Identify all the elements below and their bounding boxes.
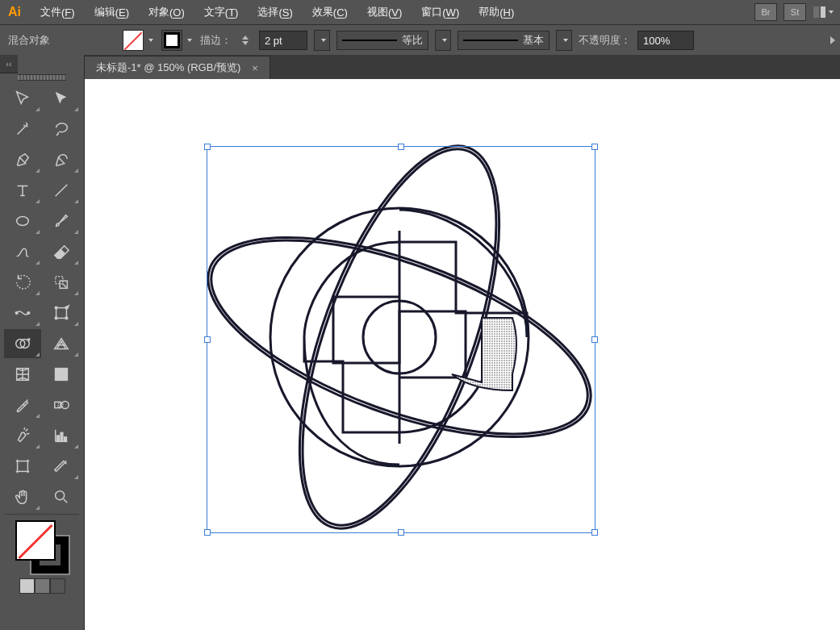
svg-point-8	[55, 317, 57, 319]
resize-handle-ne[interactable]	[591, 144, 598, 150]
pen-tool[interactable]	[4, 145, 41, 174]
selection-bounding-box[interactable]	[207, 146, 596, 533]
gradient-tool[interactable]	[43, 360, 80, 389]
profile-dropdown[interactable]	[435, 30, 451, 51]
menu-window-label: 窗口	[421, 5, 442, 19]
brush-label: 基本	[523, 33, 544, 48]
svg-rect-19	[61, 432, 63, 441]
menu-effect-accel: C	[336, 6, 344, 19]
eraser-tool[interactable]	[43, 237, 80, 266]
document-area: 未标题-1* @ 150% (RGB/预览) ×	[85, 55, 840, 630]
chevron-down-icon	[148, 39, 153, 42]
opacity-field[interactable]: 100%	[637, 31, 694, 50]
bridge-button[interactable]: Br	[754, 3, 777, 21]
menu-effect-label: 效果	[312, 5, 333, 19]
menu-view[interactable]: 视图(V)	[357, 0, 412, 24]
svg-rect-18	[57, 436, 60, 441]
document-tab[interactable]: 未标题-1* @ 150% (RGB/预览) ×	[85, 56, 270, 79]
slice-tool[interactable]	[43, 452, 80, 481]
more-options-icon[interactable]	[830, 36, 835, 44]
brush-definition[interactable]: 基本	[458, 31, 550, 50]
brush-dropdown[interactable]	[556, 30, 572, 51]
svg-rect-20	[65, 437, 67, 442]
menu-edit-label: 编辑	[94, 5, 115, 19]
menu-effect[interactable]: 效果(C)	[303, 0, 357, 24]
perspective-grid-tool[interactable]	[43, 329, 80, 358]
menu-view-label: 视图	[367, 5, 388, 19]
app-logo: Ai	[3, 3, 26, 21]
zoom-tool[interactable]	[43, 482, 80, 511]
shaper-tool[interactable]	[4, 237, 41, 266]
spin-down-icon	[242, 41, 249, 45]
artboard-tool[interactable]	[4, 452, 41, 481]
stroke-swatch-group[interactable]	[161, 30, 194, 51]
fill-indicator-none-icon	[15, 520, 56, 561]
svg-rect-21	[18, 461, 28, 472]
line-tool[interactable]	[43, 176, 80, 205]
svg-point-3	[15, 312, 18, 315]
draw-inside-icon	[50, 578, 65, 594]
eyedropper-tool[interactable]	[4, 390, 41, 419]
menu-object[interactable]: 对象(O)	[139, 0, 194, 24]
menu-window-accel: W	[446, 6, 456, 19]
svg-point-6	[55, 307, 57, 309]
ellipse-tool[interactable]	[4, 207, 41, 236]
fill-stroke-indicator[interactable]	[14, 519, 70, 575]
menu-view-accel: V	[391, 6, 399, 19]
menu-type[interactable]: 文字(T)	[194, 0, 249, 24]
close-tab-button[interactable]: ×	[252, 62, 258, 74]
svg-point-22	[56, 491, 65, 500]
magic-wand-tool[interactable]	[4, 115, 41, 144]
resize-handle-n[interactable]	[398, 144, 404, 150]
layout-switch-icon	[813, 6, 826, 19]
menu-file[interactable]: 文件(F)	[31, 0, 85, 24]
toolbox-grip-icon[interactable]	[18, 74, 66, 81]
svg-rect-5	[56, 308, 67, 319]
menu-select[interactable]: 选择(S)	[248, 0, 302, 24]
resize-handle-w[interactable]	[204, 336, 211, 343]
mesh-tool[interactable]	[4, 360, 41, 389]
type-tool[interactable]	[4, 176, 41, 205]
canvas[interactable]	[85, 79, 840, 630]
opacity-label: 不透明度：	[579, 33, 631, 48]
hand-tool[interactable]	[4, 482, 41, 511]
fill-swatch-dropdown[interactable]	[144, 31, 155, 50]
resize-handle-sw[interactable]	[204, 529, 211, 536]
svg-rect-2	[56, 277, 63, 284]
direct-selection-tool[interactable]	[43, 84, 80, 113]
profile-line-icon	[342, 40, 397, 41]
column-graph-tool[interactable]	[43, 421, 80, 450]
stroke-weight-label: 描边：	[200, 33, 232, 48]
resize-handle-s[interactable]	[398, 529, 404, 536]
stock-button[interactable]: St	[784, 3, 806, 21]
paintbrush-tool[interactable]	[43, 207, 80, 236]
draw-modes[interactable]	[19, 578, 65, 594]
menu-help[interactable]: 帮助(H)	[469, 0, 524, 24]
shape-builder-tool[interactable]	[4, 329, 41, 358]
resize-handle-e[interactable]	[591, 336, 598, 343]
resize-handle-nw[interactable]	[204, 144, 211, 150]
lasso-tool[interactable]	[43, 115, 80, 144]
fill-swatch-group[interactable]	[123, 30, 155, 51]
curvature-tool[interactable]	[43, 145, 80, 174]
workspace-layout-button[interactable]	[813, 4, 834, 20]
rotate-tool[interactable]	[4, 268, 41, 297]
stroke-weight-field[interactable]: 2 pt	[259, 31, 307, 50]
stroke-weight-dropdown[interactable]	[314, 30, 330, 51]
symbol-sprayer-tool[interactable]	[4, 421, 41, 450]
width-tool[interactable]	[4, 298, 41, 328]
menu-window[interactable]: 窗口(W)	[412, 0, 469, 24]
scale-tool[interactable]	[43, 268, 80, 297]
blend-tool[interactable]	[43, 390, 80, 419]
variable-width-profile[interactable]: 等比	[336, 31, 428, 50]
selection-tool[interactable]	[4, 84, 41, 113]
stroke-weight-stepper[interactable]	[238, 31, 253, 50]
draw-behind-icon	[35, 578, 50, 594]
svg-point-0	[17, 217, 29, 226]
free-transform-tool[interactable]	[43, 298, 80, 328]
menu-edit[interactable]: 编辑(E)	[85, 0, 139, 24]
resize-handle-se[interactable]	[591, 529, 598, 536]
stroke-swatch-dropdown[interactable]	[182, 31, 194, 50]
selection-type-label: 混合对象	[5, 33, 116, 48]
collapse-panels-button[interactable]: ‹‹	[0, 55, 18, 73]
